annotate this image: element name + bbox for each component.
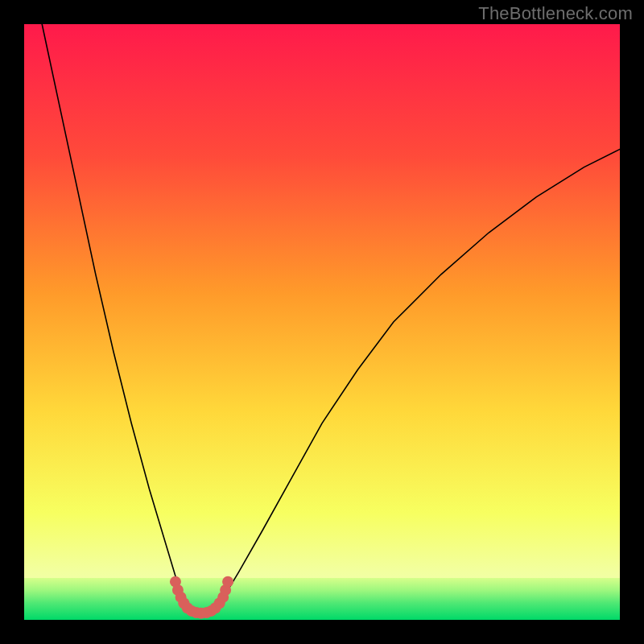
plot-background xyxy=(24,24,620,620)
chart-stage: TheBottleneck.com xyxy=(0,0,644,644)
series-dot-red-u-dots xyxy=(222,576,233,588)
bottleneck-chart xyxy=(0,0,644,644)
watermark-text: TheBottleneck.com xyxy=(478,3,633,24)
green-band xyxy=(24,578,620,620)
